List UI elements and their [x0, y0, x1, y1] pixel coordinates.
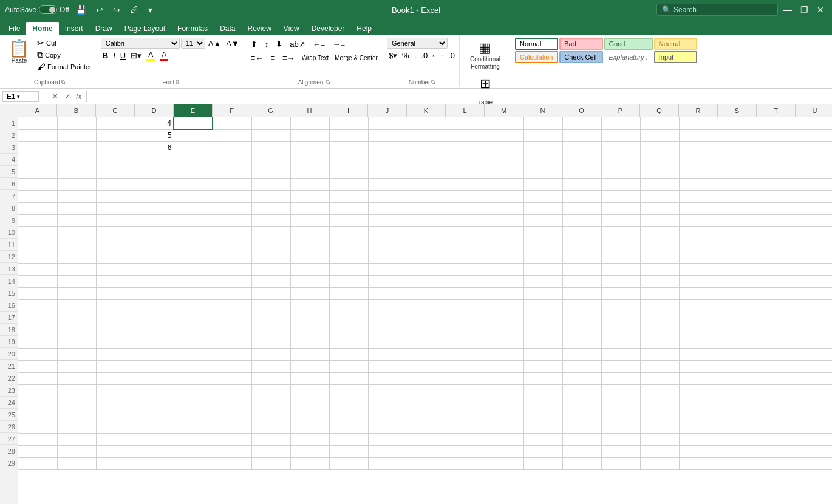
- cell-B1[interactable]: [57, 117, 96, 129]
- cell-S5[interactable]: [718, 166, 757, 178]
- cell-G19[interactable]: [251, 336, 290, 348]
- cell-S22[interactable]: [718, 372, 757, 384]
- cell-I7[interactable]: [329, 190, 368, 202]
- cell-R10[interactable]: [679, 226, 718, 239]
- cell-O11[interactable]: [562, 239, 601, 251]
- cell-A7[interactable]: [18, 190, 57, 202]
- cell-H1[interactable]: [290, 117, 329, 129]
- cell-T14[interactable]: [757, 275, 796, 287]
- cell-C18[interactable]: [96, 324, 135, 336]
- font-expand-icon[interactable]: ⧉: [176, 79, 179, 86]
- cell-M7[interactable]: [485, 190, 523, 202]
- cell-Q12[interactable]: [640, 251, 679, 263]
- cell-N7[interactable]: [523, 190, 562, 202]
- cell-A1[interactable]: [18, 117, 57, 129]
- tab-developer[interactable]: Developer: [305, 22, 351, 35]
- cell-G5[interactable]: [251, 166, 290, 178]
- cell-J22[interactable]: [368, 372, 407, 384]
- cell-U9[interactable]: [796, 214, 832, 226]
- cell-F8[interactable]: [213, 202, 251, 214]
- italic-button[interactable]: I: [111, 50, 117, 61]
- increase-decimal-button[interactable]: .0→: [419, 50, 437, 61]
- cell-T24[interactable]: [757, 397, 796, 409]
- cell-S15[interactable]: [718, 287, 757, 299]
- cell-I5[interactable]: [329, 166, 368, 178]
- cell-I6[interactable]: [329, 178, 368, 190]
- cell-G13[interactable]: [251, 263, 290, 275]
- cell-O21[interactable]: [562, 360, 601, 372]
- cell-B7[interactable]: [57, 190, 96, 202]
- cell-I11[interactable]: [329, 239, 368, 251]
- cell-R22[interactable]: [679, 372, 718, 384]
- cell-O27[interactable]: [562, 433, 601, 445]
- cell-N8[interactable]: [523, 202, 562, 214]
- cell-R17[interactable]: [679, 312, 718, 324]
- tab-help[interactable]: Help: [350, 22, 378, 35]
- cell-B18[interactable]: [57, 324, 96, 336]
- cell-A5[interactable]: [18, 166, 57, 178]
- cell-S17[interactable]: [718, 312, 757, 324]
- alignment-expand-icon[interactable]: ⧉: [326, 79, 330, 86]
- clipboard-expand-icon[interactable]: ⧉: [61, 79, 65, 86]
- cell-M27[interactable]: [485, 433, 523, 445]
- cell-P19[interactable]: [601, 336, 640, 348]
- cell-N28[interactable]: [523, 445, 562, 457]
- cell-R6[interactable]: [679, 178, 718, 190]
- conditional-formatting-button[interactable]: ▦ Conditional Formatting: [463, 38, 507, 73]
- cell-L9[interactable]: [446, 214, 485, 226]
- autosave-options-button[interactable]: 🖊: [127, 4, 142, 16]
- cell-T1[interactable]: [757, 117, 796, 129]
- bold-button[interactable]: B: [101, 50, 110, 61]
- cell-J28[interactable]: [368, 445, 407, 457]
- cell-E16[interactable]: [174, 299, 213, 312]
- number-expand-icon[interactable]: ⧉: [431, 79, 435, 86]
- cell-U22[interactable]: [796, 372, 832, 384]
- cell-B3[interactable]: [57, 141, 96, 154]
- row-num-11[interactable]: 11: [0, 239, 18, 251]
- cell-N25[interactable]: [523, 409, 562, 421]
- cell-L16[interactable]: [446, 299, 485, 312]
- cell-J26[interactable]: [368, 421, 407, 433]
- cell-H24[interactable]: [290, 397, 329, 409]
- row-num-23[interactable]: 23: [0, 384, 18, 397]
- cell-F7[interactable]: [213, 190, 251, 202]
- cell-F29[interactable]: [213, 457, 251, 469]
- tab-file[interactable]: File: [2, 22, 26, 35]
- cell-N14[interactable]: [523, 275, 562, 287]
- undo-button[interactable]: ↩: [93, 4, 106, 16]
- cell-I3[interactable]: [329, 141, 368, 154]
- cell-S29[interactable]: [718, 457, 757, 469]
- cell-Q11[interactable]: [640, 239, 679, 251]
- cell-T11[interactable]: [757, 239, 796, 251]
- cell-A12[interactable]: [18, 251, 57, 263]
- cell-K21[interactable]: [407, 360, 446, 372]
- cell-J7[interactable]: [368, 190, 407, 202]
- cell-O9[interactable]: [562, 214, 601, 226]
- cell-R21[interactable]: [679, 360, 718, 372]
- cell-A11[interactable]: [18, 239, 57, 251]
- cell-E25[interactable]: [174, 409, 213, 421]
- cell-E4[interactable]: [174, 154, 213, 166]
- cell-U10[interactable]: [796, 226, 832, 239]
- cell-H15[interactable]: [290, 287, 329, 299]
- cell-T3[interactable]: [757, 141, 796, 154]
- row-num-29[interactable]: 29: [0, 457, 18, 469]
- cell-J2[interactable]: [368, 129, 407, 141]
- cell-A27[interactable]: [18, 433, 57, 445]
- cut-button[interactable]: ✂ Cut: [35, 38, 94, 49]
- cell-I12[interactable]: [329, 251, 368, 263]
- col-header-Q[interactable]: Q: [640, 104, 679, 117]
- cell-M3[interactable]: [485, 141, 523, 154]
- cell-M6[interactable]: [485, 178, 523, 190]
- cell-Q6[interactable]: [640, 178, 679, 190]
- cell-G11[interactable]: [251, 239, 290, 251]
- cell-M13[interactable]: [485, 263, 523, 275]
- cell-H11[interactable]: [290, 239, 329, 251]
- indent-increase-button[interactable]: →≡: [329, 38, 348, 50]
- cell-L3[interactable]: [446, 141, 485, 154]
- cell-O24[interactable]: [562, 397, 601, 409]
- wrap-text-button[interactable]: Wrap Text: [299, 53, 332, 63]
- cell-E8[interactable]: [174, 202, 213, 214]
- cell-D16[interactable]: [135, 299, 174, 312]
- cell-B29[interactable]: [57, 457, 96, 469]
